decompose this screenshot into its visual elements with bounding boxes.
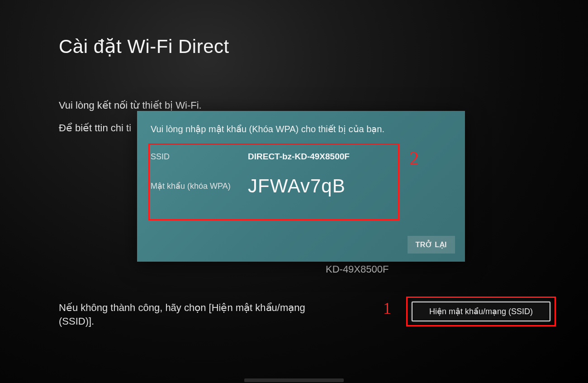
ssid-label: SSID [151,152,248,162]
annotation-marker-2: 2 [409,148,419,169]
ssid-value: DIRECT-bz-KD-49X8500F [248,152,350,162]
ssid-row: SSID DIRECT-bz-KD-49X8500F [151,152,451,162]
password-row: Mật khẩu (khóa WPA) JFWAv7qB [151,175,451,197]
password-dialog: Vui lòng nhập mật khẩu (Khóa WPA) cho th… [137,111,465,262]
device-name: KD-49X8500F [326,263,389,275]
bottom-indicator [244,378,344,382]
page-title: Cài đặt Wi-Fi Direct [59,35,229,57]
password-label: Mật khẩu (khóa WPA) [151,181,248,191]
fallback-instruction: Nếu không thành công, hãy chọn [Hiện mật… [59,301,326,328]
instruction-line-2: Để biết ttin chi ti [59,122,131,134]
instruction-line-1: Vui lòng kết nối từ thiết bị Wi-Fi. [59,100,202,111]
dialog-title: Vui lòng nhập mật khẩu (Khóa WPA) cho th… [151,124,451,134]
password-value: JFWAv7qB [248,175,346,197]
show-password-ssid-button[interactable]: Hiện mật khẩu/mạng (SSID) [412,302,550,321]
back-button[interactable]: TRỞ LẠI [408,236,455,254]
annotation-marker-1: 1 [383,299,391,318]
